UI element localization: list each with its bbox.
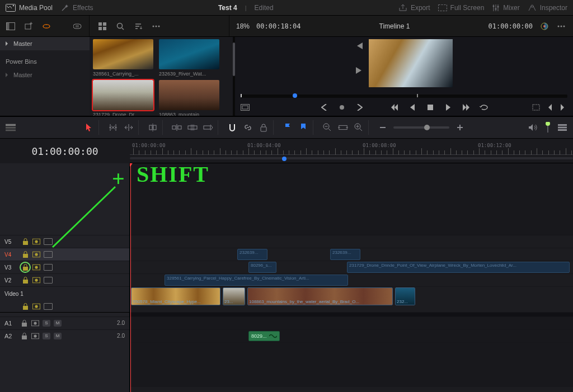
timeline-clip[interactable]: 108863_mountains_by_the_water_aerial_By_… (247, 287, 393, 305)
prev-edit-button[interactable] (320, 103, 328, 112)
media-pool-button[interactable]: Media Pool (6, 4, 53, 12)
go-end-button[interactable] (462, 103, 471, 112)
more-options-button[interactable] (151, 21, 161, 31)
sidebar-toggle-button[interactable] (6, 21, 16, 31)
import-media-button[interactable] (24, 21, 34, 31)
lock-icon[interactable] (20, 319, 28, 327)
jump-last-button[interactable] (355, 67, 364, 76)
mute-button[interactable]: M (54, 320, 62, 327)
effects-button[interactable]: Effects (60, 3, 93, 12)
blade-tool[interactable] (148, 122, 158, 133)
jump-first-button[interactable] (355, 42, 364, 51)
clips-scrollbar[interactable] (233, 37, 235, 116)
out-point-button[interactable] (558, 103, 567, 112)
stop-button[interactable] (426, 103, 435, 112)
track-header-a1[interactable]: A1 S M 2.0 (0, 317, 129, 329)
auto-select-icon[interactable] (32, 263, 40, 271)
marker-button[interactable] (337, 103, 346, 112)
track-header-v4[interactable]: V4 (0, 248, 129, 261)
lock-position-button[interactable] (259, 122, 269, 133)
trim-tool[interactable] (108, 122, 118, 133)
track-enable-icon[interactable] (44, 303, 53, 310)
timeline-clip[interactable]: 232... (395, 287, 415, 305)
lock-icon[interactable] (21, 303, 29, 310)
zoom-out-button[interactable] (322, 122, 332, 133)
lock-icon[interactable] (21, 276, 29, 284)
timeline-clip[interactable]: 23... (223, 287, 245, 305)
viewer-zoom-percent[interactable]: 18% (236, 22, 250, 30)
clip-thumbnail[interactable]: 328561_Carrying_... (93, 39, 153, 77)
lock-icon[interactable] (21, 263, 29, 271)
clip-thumbnail[interactable]: 108863_mountain... (159, 80, 219, 116)
go-start-button[interactable] (390, 103, 399, 112)
next-edit-button[interactable] (355, 103, 364, 112)
zoom-in-button[interactable] (354, 122, 364, 133)
auto-select-icon[interactable] (32, 303, 40, 310)
playhead[interactable] (130, 163, 131, 392)
dynamic-trim-tool[interactable] (124, 122, 134, 133)
search-button[interactable] (115, 21, 125, 31)
timeline-clip[interactable]: 550578_Miami_Cityscape_Hype... (131, 287, 220, 305)
link-button[interactable] (243, 122, 253, 133)
solo-button[interactable]: S (43, 333, 50, 339)
track-header-v2[interactable]: V2 (0, 273, 129, 286)
timeline-audio-clip[interactable]: 8029... (248, 331, 280, 341)
timeline-clip[interactable]: 232639... (330, 249, 360, 260)
timeline-tracks[interactable]: 232639... 232639... 80296_s... 231729_Dr… (130, 163, 573, 392)
lock-icon[interactable] (21, 251, 29, 258)
export-button[interactable]: Export (398, 4, 430, 12)
master-timecode[interactable]: 01:00:00:00 (0, 145, 130, 157)
overwrite-button[interactable] (187, 122, 198, 133)
zoom-minus-button[interactable] (378, 122, 388, 133)
track-header-a2[interactable]: A2 S M 2.0 (0, 329, 129, 342)
fullscreen-button[interactable]: Full Screen (438, 4, 485, 12)
solo-button[interactable]: S (43, 320, 50, 327)
lock-icon[interactable] (21, 238, 29, 245)
bin-powerbin-master[interactable]: Master (0, 68, 90, 82)
timeline-ruler[interactable]: 01:00:00:0001:00:04:0001:00:08:0001:00:1… (130, 139, 573, 163)
track-header-v1-controls[interactable] (0, 300, 129, 312)
inspector-button[interactable]: Inspector (528, 4, 567, 12)
auto-select-icon[interactable] (32, 238, 40, 245)
viewer-scrubber[interactable] (241, 95, 567, 98)
in-point-button[interactable] (545, 103, 554, 112)
timeline-clip[interactable]: 80296_s... (248, 262, 276, 273)
lock-icon[interactable] (20, 332, 28, 340)
sort-button[interactable] (133, 21, 143, 31)
marker-add-button[interactable] (298, 122, 308, 133)
zoom-fit-button[interactable] (338, 122, 348, 133)
clip-view-button[interactable] (73, 21, 83, 31)
track-header-v3[interactable]: V3 (0, 261, 129, 273)
timeline-clip[interactable]: 231729_Drone_Dnnde_Point_Of_View_Airplan… (347, 262, 570, 273)
track-enable-icon[interactable] (44, 238, 53, 245)
mixer-button[interactable]: Mixer (492, 4, 519, 12)
timeline-options-button[interactable] (557, 122, 567, 133)
play-button[interactable] (444, 103, 453, 112)
insert-button[interactable] (172, 122, 182, 133)
track-enable-icon[interactable] (44, 251, 53, 258)
timeline-view-options[interactable] (6, 122, 16, 133)
track-enable-icon[interactable] (44, 264, 53, 271)
sync-button[interactable] (41, 21, 51, 31)
timeline-clip[interactable]: 232639... (237, 249, 267, 260)
dim-button[interactable] (543, 122, 553, 133)
auto-select-icon[interactable] (32, 276, 40, 284)
zoom-slider[interactable] (393, 126, 449, 129)
timeline-name[interactable]: Timeline 1 (308, 22, 482, 30)
zoom-plus-button[interactable] (455, 122, 465, 133)
match-frame-button[interactable] (532, 103, 541, 112)
replace-button[interactable] (203, 122, 213, 133)
viewer-options-button[interactable] (556, 21, 566, 31)
auto-select-icon[interactable] (31, 319, 39, 327)
safe-area-button[interactable] (241, 103, 250, 112)
clip-thumbnail[interactable]: 232639_River_Wat... (159, 39, 219, 77)
thumbnail-view-button[interactable] (97, 21, 107, 31)
viewer-image[interactable] (369, 39, 453, 87)
track-header-v1[interactable]: Video 1 (0, 286, 129, 300)
mute-button[interactable]: M (54, 333, 62, 339)
mute-button[interactable] (528, 122, 538, 133)
selection-tool[interactable] (84, 122, 94, 133)
timeline-clip[interactable]: 328561_Carrying_Parcel_Happy_Carefree_By… (165, 275, 348, 286)
bypass-grades-button[interactable] (539, 21, 549, 31)
auto-select-icon[interactable] (32, 251, 40, 258)
